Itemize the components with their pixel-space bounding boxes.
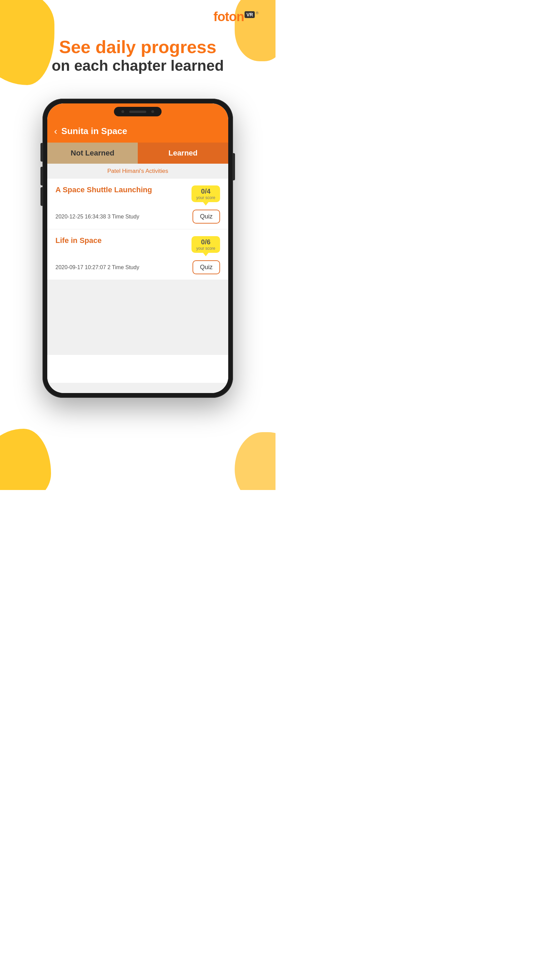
lesson-top-row: A Space Shuttle Launching 0/4 your score <box>56 185 220 202</box>
quiz-button[interactable]: Quiz <box>192 260 220 274</box>
tab-learned[interactable]: Learned <box>138 143 228 164</box>
score-bubble: 0/6 your score <box>192 236 220 253</box>
app-title: Sunita in Space <box>61 126 127 137</box>
phone-outer: ‹ Sunita in Space Not Learned Learned Pa… <box>43 99 233 398</box>
activities-header: Patel Himani's Activities <box>47 164 228 179</box>
score-value: 0/6 <box>196 238 215 246</box>
score-bubble-wrapper: 0/4 your score <box>192 185 220 202</box>
lesson-meta: 2020-12-25 16:34:38 3 Time Study <box>56 214 139 220</box>
score-value: 0/4 <box>196 188 215 195</box>
logo-vr: VR <box>245 11 254 18</box>
gray-bottom <box>47 280 228 355</box>
back-button[interactable]: ‹ <box>54 127 57 136</box>
notch-cutout <box>114 107 162 116</box>
score-bubble: 0/4 your score <box>192 185 220 202</box>
logo-foton: foton <box>213 10 244 24</box>
logo-area: foton VR ® <box>213 10 259 24</box>
blob-bottom-left <box>0 429 51 490</box>
notch-speaker <box>129 111 146 113</box>
lesson-bottom-row: 2020-09-17 10:27:07 2 Time Study Quiz <box>56 260 220 274</box>
score-label: your score <box>196 246 215 251</box>
screen-bottom <box>47 383 228 393</box>
notch-sensor <box>151 110 154 113</box>
score-label: your score <box>196 195 215 200</box>
tab-not-learned[interactable]: Not Learned <box>47 143 138 164</box>
quiz-button[interactable]: Quiz <box>192 210 220 224</box>
notch-camera <box>121 110 124 113</box>
content-area: A Space Shuttle Launching 0/4 your score… <box>47 179 228 383</box>
headline-line1: See daily progress <box>0 37 275 57</box>
lesson-title: Life in Space <box>56 236 187 245</box>
headline-area: See daily progress on each chapter learn… <box>0 37 275 75</box>
headline-line2: on each chapter learned <box>0 57 275 75</box>
lesson-item: Life in Space 0/6 your score 2020-09-17 … <box>47 229 228 280</box>
phone-notch-bar <box>47 103 228 121</box>
lesson-title: A Space Shuttle Launching <box>56 185 187 194</box>
lesson-item: A Space Shuttle Launching 0/4 your score… <box>47 179 228 229</box>
blob-bottom-right <box>235 432 275 490</box>
lesson-meta: 2020-09-17 10:27:07 2 Time Study <box>56 264 139 270</box>
phone-screen: ‹ Sunita in Space Not Learned Learned Pa… <box>47 103 228 393</box>
score-bubble-wrapper: 0/6 your score <box>192 236 220 253</box>
lesson-bottom-row: 2020-12-25 16:34:38 3 Time Study Quiz <box>56 210 220 224</box>
app-header: ‹ Sunita in Space <box>47 121 228 143</box>
logo-registered: ® <box>256 11 259 15</box>
phone-mockup: ‹ Sunita in Space Not Learned Learned Pa… <box>43 99 233 398</box>
tab-bar: Not Learned Learned <box>47 143 228 164</box>
lesson-top-row: Life in Space 0/6 your score <box>56 236 220 253</box>
